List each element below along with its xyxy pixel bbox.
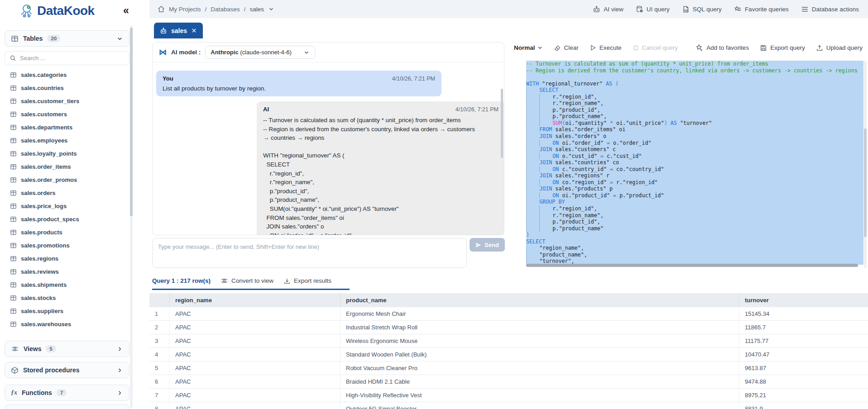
table-row[interactable]: 1APACErgonomic Mesh Chair15145.34: [149, 307, 868, 321]
column-header-turnover[interactable]: turnover: [739, 293, 868, 307]
query-mode-select[interactable]: Normal: [514, 44, 543, 51]
topbar: My Projects / Databases / sales AI view …: [149, 0, 868, 18]
cell-product: Robot Vacuum Cleaner Pro: [340, 361, 739, 375]
convert-to-view-button[interactable]: Convert to view: [221, 277, 273, 285]
sidebar-table-item[interactable]: sales.reviews: [5, 265, 129, 278]
sidebar-table-item[interactable]: sales.suppliers: [5, 304, 129, 318]
execute-button[interactable]: Execute: [590, 44, 622, 51]
column-header-product[interactable]: product_name: [340, 293, 739, 307]
clear-button[interactable]: Clear: [554, 44, 579, 52]
search-input[interactable]: [20, 55, 125, 62]
cell-turnover: 8975.21: [739, 389, 868, 402]
sidebar-table-item[interactable]: sales.order_promos: [5, 173, 129, 186]
user-message-author: You: [163, 75, 173, 82]
cell-product: Braided HDMI 2.1 Cable: [340, 375, 739, 388]
message-input[interactable]: [158, 243, 461, 262]
table-grid-icon: [10, 268, 17, 275]
stop-icon: [633, 45, 639, 51]
close-icon[interactable]: [191, 28, 197, 33]
sidebar-table-item[interactable]: sales.product_specs: [5, 213, 129, 226]
sidebar-table-item[interactable]: sales.countries: [5, 81, 129, 95]
table-row[interactable]: 4APACStandard Wooden Pallet (Bulk)10470.…: [149, 348, 868, 361]
functions-section-header[interactable]: ƒx Functions 7: [5, 385, 129, 401]
sidebar-table-item[interactable]: sales.products: [5, 226, 129, 239]
sidebar-table-item[interactable]: sales.employees: [5, 134, 129, 147]
sidebar-table-item[interactable]: sales.loyalty_points: [5, 147, 129, 160]
database-actions-button[interactable]: Database actions: [801, 5, 859, 13]
stored-procedures-section-header[interactable]: Stored procedures: [5, 362, 129, 378]
chat-scrollbar[interactable]: [501, 89, 503, 158]
sidebar-table-item[interactable]: sales.stocks: [5, 291, 129, 304]
editor-horizontal-scrollbar[interactable]: [526, 264, 858, 267]
row-number: 6: [149, 375, 170, 388]
robot-icon: [593, 5, 600, 13]
sql-file-icon: SQL: [682, 5, 690, 13]
table-name: sales.customers: [21, 111, 67, 118]
cell-turnover: 11865.7: [739, 321, 868, 334]
row-number: 7: [149, 389, 170, 402]
table-row[interactable]: 6APACBraided HDMI 2.1 Cable9474.88: [149, 375, 868, 389]
sidebar-table-item[interactable]: sales.departments: [5, 121, 129, 134]
ui-query-button[interactable]: UI query: [636, 5, 670, 13]
chat-messages[interactable]: You 4/10/26, 7:21 PM List all products b…: [153, 62, 504, 235]
cell-region: APAC: [170, 348, 340, 361]
sidebar-collapse-button[interactable]: «: [123, 5, 129, 17]
table-search[interactable]: [5, 51, 129, 65]
sidebar-table-item[interactable]: sales.order_items: [5, 160, 129, 173]
table-grid-icon: [10, 308, 17, 314]
table-grid-icon: [10, 203, 17, 209]
favorite-queries-button[interactable]: Favorite queries: [734, 5, 789, 13]
query-result-tab[interactable]: Query 1 : 217 row(s): [152, 277, 211, 284]
table-name: sales.reviews: [21, 268, 59, 275]
sidebar-table-item[interactable]: sales.customer_tiers: [5, 95, 129, 108]
sidebar-table-item[interactable]: sales.orders: [5, 186, 129, 200]
tab-sales[interactable]: sales: [154, 23, 203, 38]
sidebar-table-item[interactable]: sales.regions: [5, 252, 129, 265]
sidebar-table-item[interactable]: sales.customers: [5, 108, 129, 121]
eye-icon: [221, 277, 228, 285]
editor-vertical-scrollbar[interactable]: [864, 61, 867, 268]
ai-model-row: ⋈ AI model : Anthropic (claude-sonnet-4-…: [153, 43, 504, 62]
cancel-query-button[interactable]: Cancel query: [633, 44, 678, 51]
upload-query-button[interactable]: Upload query: [816, 44, 863, 52]
sidebar-table-item[interactable]: sales.warehouses: [5, 318, 129, 331]
chevron-down-icon[interactable]: [268, 6, 274, 12]
chevron-down-icon: [116, 35, 123, 42]
sidebar-table-item[interactable]: sales.price_logs: [5, 200, 129, 213]
sidebar-table-item[interactable]: sales.promotions: [5, 239, 129, 252]
table-row[interactable]: 7APACHigh-Visibility Reflective Vest8975…: [149, 389, 868, 402]
add-to-favorites-button[interactable]: Add to favorites: [695, 44, 749, 52]
sidebar-scrollbar[interactable]: [130, 25, 133, 408]
table-row[interactable]: 8APACOutdoor 5G Signal Booster8831.9: [149, 402, 868, 409]
table-row[interactable]: 2APACIndustrial Stretch Wrap Roll11865.7: [149, 321, 868, 334]
ai-model-provider: Anthropic: [211, 49, 238, 56]
export-query-button[interactable]: Export query: [760, 44, 805, 52]
sidebar-table-item[interactable]: sales.categories: [5, 68, 129, 81]
ai-model-select[interactable]: Anthropic (claude-sonnet-4-6): [205, 46, 315, 59]
table-name: sales.product_specs: [21, 216, 79, 223]
breadcrumb-sales[interactable]: sales: [250, 6, 264, 13]
cell-turnover: 10470.47: [739, 348, 868, 361]
column-header-region[interactable]: region_name: [170, 293, 340, 307]
home-icon[interactable]: [158, 5, 165, 13]
sidebar-table-item[interactable]: sales.shipments: [5, 278, 129, 291]
table-row[interactable]: 5APACRobot Vacuum Cleaner Pro9613.87: [149, 361, 868, 375]
sql-editor[interactable]: -- Turnover is calculated as sum of (qua…: [526, 61, 863, 268]
export-results-button[interactable]: Export results: [283, 277, 331, 285]
breadcrumb-databases[interactable]: Databases: [211, 6, 240, 13]
table-name: sales.departments: [21, 124, 72, 131]
sql-query-button[interactable]: SQL SQL query: [682, 5, 722, 13]
tables-section-header[interactable]: Tables 20: [5, 30, 129, 47]
ai-view-button[interactable]: AI view: [593, 5, 623, 13]
table-grid-icon: [10, 98, 17, 105]
cell-region: APAC: [170, 361, 340, 375]
chevron-down-icon: [303, 49, 310, 56]
results-rows: 1APACErgonomic Mesh Chair15145.342APACIn…: [149, 307, 868, 409]
views-section-header[interactable]: Views 5: [5, 341, 129, 357]
table-row[interactable]: 3APACWireless Ergonomic Mouse11175.77: [149, 334, 868, 348]
send-button[interactable]: Send: [470, 238, 505, 252]
robot-icon: [160, 27, 167, 34]
row-number: 2: [149, 321, 170, 334]
views-label: Views: [24, 345, 41, 352]
breadcrumb-my-projects[interactable]: My Projects: [169, 6, 201, 13]
